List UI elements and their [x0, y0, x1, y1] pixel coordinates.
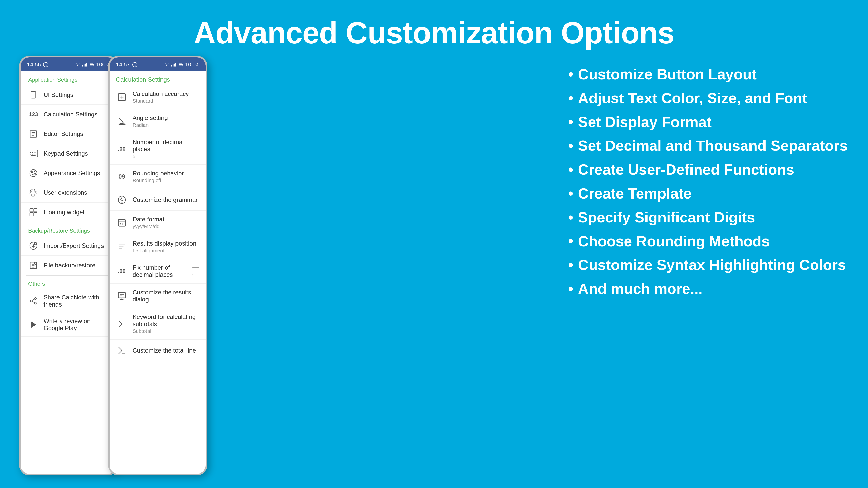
svg-point-37 [30, 300, 32, 302]
feature-4: • Set Decimal and Thousand Separators [568, 137, 848, 154]
menu-ui-settings[interactable]: UI Settings [21, 85, 117, 105]
menu-calculation-settings[interactable]: 123 Calculation Settings [21, 105, 117, 124]
rounding-behavior-title: Rounding behavior [132, 170, 199, 177]
svg-marker-41 [31, 322, 36, 328]
item-total-line[interactable]: Customize the total line [110, 339, 206, 361]
item-angle-setting[interactable]: Angle setting Radian [110, 109, 206, 133]
alarm-icon-2 [132, 62, 137, 67]
svg-rect-43 [172, 65, 172, 66]
menu-review[interactable]: Write a review on Google Play [21, 313, 117, 336]
svg-rect-2 [84, 64, 85, 66]
calculation-settings-label: Calculation Settings [43, 111, 97, 118]
rounding-behavior-value: Rounding off [132, 178, 199, 184]
fix-decimal-checkbox[interactable] [192, 267, 199, 275]
decimal-icon: .00 [116, 143, 127, 155]
feature-5-text: Create User-Defined Functions [578, 161, 795, 178]
item-customize-grammar[interactable]: Customize the grammar [110, 189, 206, 211]
svg-point-24 [31, 171, 32, 172]
phone2-content: Calculation Settings Calculation accurac… [110, 71, 206, 474]
decimal-places-title: Number of decimal places [132, 138, 199, 153]
section-application-settings: Application Settings [21, 71, 117, 85]
svg-rect-44 [173, 64, 174, 66]
svg-line-39 [32, 301, 34, 303]
item-calc-accuracy[interactable]: Calculation accuracy Standard [110, 85, 206, 109]
battery-icon-1 [90, 62, 94, 67]
menu-file-backup[interactable]: File backup/restore [21, 256, 117, 275]
date-format-title: Date format [132, 216, 199, 223]
item-fix-decimal[interactable]: .00 Fix number of decimal places [110, 259, 206, 284]
menu-editor-settings[interactable]: Editor Settings [21, 124, 117, 144]
time-2: 14:57 [116, 61, 130, 68]
user-extensions-label: User extensions [43, 189, 87, 196]
fix-decimal-title: Fix number of decimal places [132, 264, 187, 278]
svg-point-26 [35, 173, 36, 174]
svg-rect-6 [90, 64, 93, 65]
date-format-value: yyyy/MM/dd [132, 224, 199, 229]
angle-setting-value: Radian [132, 122, 199, 128]
feature-10-text: And much more... [578, 281, 703, 297]
feature-3: • Set Display Format [568, 114, 848, 130]
menu-keypad-settings[interactable]: Keypad Settings [21, 144, 117, 163]
feature-6-text: Create Template [578, 185, 692, 201]
customize-grammar-title: Customize the grammar [132, 196, 199, 203]
alarm-icon [43, 62, 49, 67]
results-display-value: Left alignment [132, 248, 199, 254]
123-icon: 123 [28, 109, 38, 120]
svg-rect-48 [179, 64, 182, 65]
svg-rect-29 [34, 209, 37, 212]
svg-line-40 [32, 299, 34, 300]
menu-import-export[interactable]: Import/Export Settings [21, 236, 117, 256]
menu-floating-widget[interactable]: Floating widget [21, 202, 117, 222]
puzzle-icon [28, 188, 38, 198]
editor-settings-label: Editor Settings [43, 130, 83, 137]
palette-icon [28, 168, 38, 178]
item-subtotals[interactable]: Keyword for calculating subtotals Subtot… [110, 308, 206, 339]
svg-rect-46 [175, 63, 176, 66]
feature-9: • Customize Syntax Highlighting Colors [568, 257, 848, 273]
svg-point-27 [32, 174, 33, 175]
editor-icon [28, 129, 38, 139]
feature-9-text: Customize Syntax Highlighting Colors [578, 257, 846, 273]
item-results-display[interactable]: Results display position Left alignment [110, 235, 206, 259]
item-rounding-behavior[interactable]: 09 Rounding behavior Rounding off [110, 165, 206, 189]
section-others: Others [21, 275, 117, 289]
subtotals-icon [116, 318, 127, 330]
keyboard-icon [28, 149, 38, 159]
import-export-label: Import/Export Settings [43, 242, 104, 249]
backup-icon [28, 260, 38, 270]
phone-icon [28, 90, 38, 100]
item-date-format[interactable]: 31 Date format yyyy/MM/dd [110, 211, 206, 235]
ui-settings-label: UI Settings [43, 91, 73, 98]
menu-appearance-settings[interactable]: Appearance Settings [21, 163, 117, 183]
svg-rect-1 [83, 65, 83, 66]
svg-text:31: 31 [120, 223, 123, 226]
wifi-icon-2 [164, 62, 169, 67]
svg-rect-13 [29, 150, 38, 157]
svg-point-23 [30, 169, 37, 177]
svg-rect-28 [30, 209, 33, 212]
subtotals-title: Keyword for calculating subtotals [132, 314, 199, 328]
import-icon [28, 241, 38, 251]
signal-icon [83, 62, 88, 67]
feature-3-text: Set Display Format [578, 114, 712, 130]
keypad-settings-label: Keypad Settings [43, 150, 88, 157]
battery-pct-2: 100% [185, 61, 199, 68]
section-backup-settings: Backup/Restore Settings [21, 222, 117, 236]
review-label: Write a review on Google Play [43, 318, 109, 332]
item-results-dialog[interactable]: Customize the results dialog [110, 284, 206, 308]
floating-widget-label: Floating widget [43, 209, 85, 216]
calc-accuracy-value: Standard [132, 98, 199, 104]
item-decimal-places[interactable]: .00 Number of decimal places 5 [110, 133, 206, 165]
calc-accuracy-title: Calculation accuracy [132, 90, 199, 97]
wifi-icon [75, 62, 81, 67]
status-bar-2: 14:57 100% [110, 58, 206, 71]
menu-share[interactable]: Share CalcNote with friends [21, 289, 117, 313]
feature-1-text: Customize Button Layout [578, 66, 756, 83]
phone-2: 14:57 100% Calculation Settings Calculat… [108, 56, 207, 475]
angle-setting-title: Angle setting [132, 115, 199, 122]
results-icon [116, 241, 127, 253]
feature-2-text: Adjust Text Color, Size, and Font [578, 90, 807, 106]
svg-rect-7 [31, 92, 36, 98]
feature-8-text: Choose Rounding Methods [578, 233, 770, 249]
menu-user-extensions[interactable]: User extensions [21, 183, 117, 202]
